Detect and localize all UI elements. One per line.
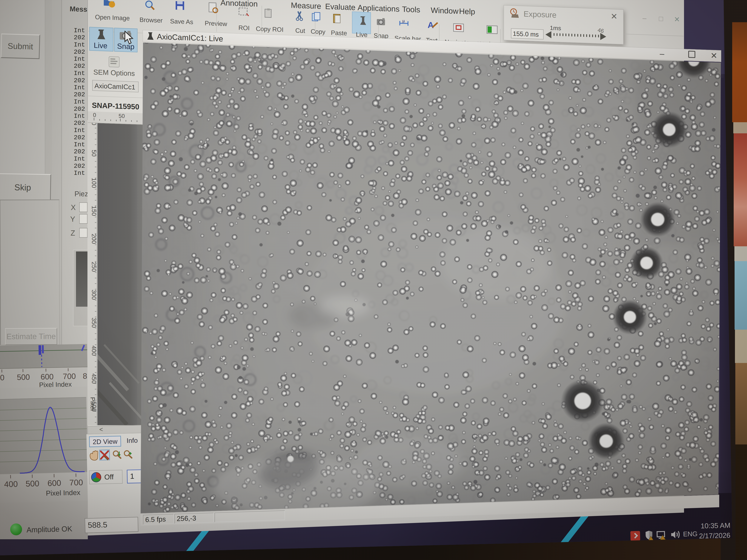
svg-text:µ: µ: [403, 19, 405, 23]
svg-text:A: A: [428, 20, 434, 30]
